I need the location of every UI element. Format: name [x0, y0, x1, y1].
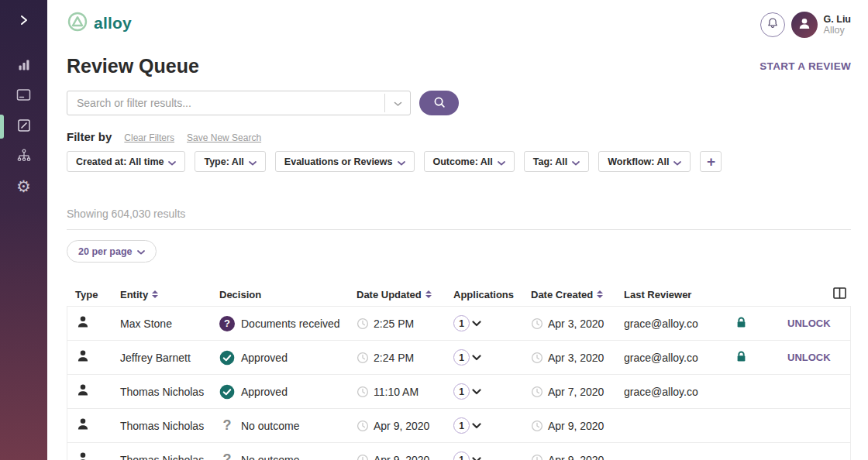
last-reviewer: grace@alloy.co [624, 318, 735, 330]
chevron-down-icon [249, 155, 257, 169]
column-header-last-reviewer: Last Reviewer [624, 283, 735, 306]
search-box [67, 91, 411, 115]
table-row[interactable]: Max Stone ? Documents received 2:25 PM 1 [67, 307, 850, 341]
entity-name[interactable]: Thomas Nicholas [120, 454, 219, 460]
date-created-cell: Apr 9, 2020 [531, 454, 624, 460]
entity-type-cell [67, 349, 120, 366]
person-icon [76, 451, 90, 460]
table-body: Max Stone ? Documents received 2:25 PM 1 [67, 306, 851, 460]
lock-cell [735, 350, 775, 366]
chevron-down-icon [498, 155, 505, 169]
clock-icon [356, 318, 369, 330]
sort-icon[interactable] [152, 290, 158, 298]
chevron-down-icon[interactable] [472, 355, 481, 361]
chevron-down-icon[interactable] [472, 389, 481, 395]
filter-chip-created-at[interactable]: Created at: All time [67, 151, 185, 172]
start-a-review-button[interactable]: START A REVIEW [760, 60, 851, 72]
applications-count-badge[interactable]: 1 [453, 383, 470, 400]
chevron-down-icon [673, 155, 681, 169]
chevron-down-icon[interactable] [472, 423, 481, 429]
entity-type-cell [67, 451, 120, 460]
sidebar-nav: ⚙ [0, 51, 47, 202]
date-updated-cell: 2:24 PM [356, 352, 453, 364]
person-icon [76, 315, 90, 331]
search-button[interactable] [419, 91, 459, 115]
applications-cell: 1 [453, 315, 531, 331]
column-header-date-created[interactable]: Date Created [531, 283, 624, 306]
table-row[interactable]: Thomas Nicholas ? No outcome Apr 9, 2020… [67, 443, 850, 460]
alloy-logo-mark-icon [67, 11, 88, 36]
column-settings-button[interactable] [775, 283, 851, 306]
table-row[interactable]: Jeffrey Barnett Approved 2:24 PM 1 [67, 341, 850, 375]
chevron-down-icon[interactable] [472, 457, 481, 460]
filter-bar: Filter by Clear Filters Save New Search [67, 130, 851, 143]
chevron-right-icon [19, 15, 29, 29]
filter-chip-label: Tag: All [533, 156, 567, 167]
applications-count-badge[interactable]: 1 [453, 315, 470, 331]
user-name: G. Liu [824, 14, 851, 25]
entity-type-cell [67, 315, 120, 331]
filter-chip-label: Evaluations or Reviews [284, 156, 393, 167]
table-row[interactable]: Thomas Nicholas Approved 11:10 AM 1 [67, 375, 850, 409]
per-page-dropdown[interactable]: 20 per page [67, 240, 157, 263]
results-summary: Showing 604,030 results [67, 208, 851, 220]
date-created-value: Apr 9, 2020 [548, 420, 604, 432]
entity-name[interactable]: Thomas Nicholas [120, 386, 219, 398]
date-updated-cell: 11:10 AM [356, 386, 453, 398]
user-avatar[interactable] [791, 12, 818, 38]
lock-icon [735, 316, 748, 331]
clear-filters-link[interactable]: Clear Filters [124, 132, 174, 143]
sidebar-item-entities[interactable] [0, 81, 47, 112]
compose-icon [17, 118, 31, 136]
sort-icon[interactable] [597, 290, 603, 298]
per-page-label: 20 per page [78, 246, 132, 257]
date-created-cell: Apr 7, 2020 [531, 386, 624, 398]
applications-cell: 1 [453, 349, 531, 366]
sidebar-item-analytics[interactable] [0, 51, 47, 81]
sort-icon[interactable] [425, 290, 432, 298]
sidebar-item-workflows[interactable] [0, 142, 47, 172]
save-new-search-link[interactable]: Save New Search [187, 132, 261, 143]
add-filter-button[interactable]: + [700, 151, 722, 172]
decision-cell: ? No outcome [219, 418, 356, 434]
filter-chip-evaluations-or-reviews[interactable]: Evaluations or Reviews [275, 151, 415, 172]
entity-name[interactable]: Thomas Nicholas [120, 420, 219, 432]
search-input[interactable] [67, 91, 411, 115]
applications-count-badge[interactable]: 1 [453, 451, 470, 460]
date-updated-cell: 2:25 PM [356, 318, 453, 330]
search-options-dropdown[interactable] [384, 94, 411, 112]
entity-name[interactable]: Max Stone [120, 318, 219, 330]
applications-cell: 1 [453, 417, 531, 434]
filter-chip-tag[interactable]: Tag: All [524, 151, 589, 172]
review-queue-table: Type Entity Decision Date Updated Applic… [67, 283, 851, 460]
date-updated-value: 2:24 PM [374, 352, 414, 364]
entity-name[interactable]: Jeffrey Barnett [120, 352, 219, 364]
unlock-button[interactable]: UNLOCK [775, 352, 850, 363]
card-icon [16, 88, 31, 105]
chevron-down-icon[interactable] [472, 321, 481, 327]
sidebar-item-review-queue[interactable] [0, 112, 47, 142]
filter-chip-workflow[interactable]: Workflow: All [598, 151, 691, 172]
applications-count-badge[interactable]: 1 [453, 349, 470, 366]
person-icon [76, 417, 90, 434]
filter-chip-outcome[interactable]: Outcome: All [424, 151, 515, 172]
chevron-down-icon [572, 155, 580, 169]
decision-cell: ? No outcome [219, 452, 356, 460]
alloy-logo: alloy [67, 11, 132, 36]
unlock-button[interactable]: UNLOCK [775, 318, 850, 329]
column-header-entity[interactable]: Entity [120, 283, 219, 306]
sidebar-expand-button[interactable] [13, 11, 35, 33]
column-header-date-updated[interactable]: Date Updated [356, 283, 453, 306]
decision-cell: Approved [219, 350, 356, 366]
notifications-button[interactable] [760, 12, 785, 37]
page-title: Review Queue [67, 55, 199, 77]
lock-icon [735, 350, 748, 366]
chevron-down-icon [398, 155, 405, 169]
column-header-label: Date Created [531, 289, 593, 300]
filter-chip-type[interactable]: Type: All [195, 151, 265, 172]
applications-count-badge[interactable]: 1 [453, 417, 470, 434]
sidebar-item-settings[interactable]: ⚙ [0, 172, 47, 202]
clock-icon [531, 352, 543, 364]
table-row[interactable]: Thomas Nicholas ? No outcome Apr 9, 2020… [67, 409, 850, 443]
columns-icon [833, 287, 846, 301]
